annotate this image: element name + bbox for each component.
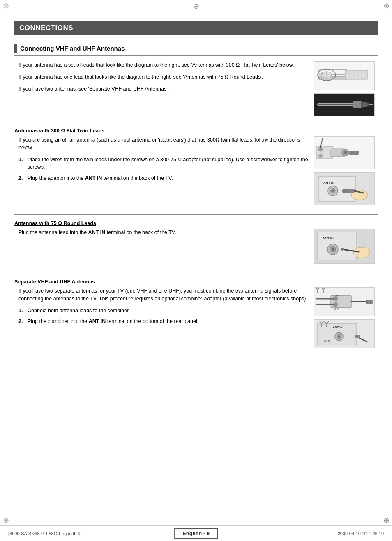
- flat-twin-section: Antennas with 300 Ω Flat Twin Leads If y…: [14, 128, 378, 205]
- intro-para3: If you have two antennas, see 'Separate …: [14, 85, 308, 93]
- divider-3: [14, 273, 378, 273]
- ant-in-svg-1: ANT IN: [314, 172, 374, 205]
- round-text: Plug the antenna lead into the ANT IN te…: [14, 229, 308, 264]
- round-intro-text: Plug the antenna lead into the ANT IN te…: [14, 229, 308, 237]
- svg-rect-24: [367, 103, 369, 106]
- svg-text:VHF: VHF: [334, 308, 339, 310]
- svg-text:ANT IN: ANT IN: [333, 326, 342, 329]
- footer-center: English - 9: [174, 525, 218, 541]
- flat-twin-images: ANT IN: [314, 136, 378, 205]
- section-header: CONNECTIONS: [14, 21, 378, 35]
- svg-point-73: [334, 303, 337, 306]
- flat-twin-intro: If you are using an off-air antenna (suc…: [14, 136, 308, 152]
- reg-mark-bl: ⊕: [2, 516, 10, 525]
- intro-images: [314, 61, 378, 116]
- flat-twin-inner: If you are using an off-air antenna (suc…: [14, 136, 378, 205]
- subsection-heading: Connecting VHF and UHF Antennas: [14, 44, 378, 56]
- separate-inner: If you have two separate antennas for yo…: [14, 287, 378, 348]
- diagram-ant-in-2: ANT IN: [314, 229, 375, 264]
- section-title: CONNECTIONS: [19, 24, 73, 32]
- svg-point-70: [334, 297, 337, 300]
- step-num-1: 1.: [18, 156, 26, 172]
- step-num-4: 2.: [18, 318, 26, 325]
- separate-heading: Separate VHF and UHF Antennas: [14, 279, 378, 285]
- flat-twin-text: If you are using an off-air antenna (suc…: [14, 136, 308, 205]
- svg-text:ANT IN: ANT IN: [323, 237, 334, 240]
- footer-left: [8000-SA]BN68-01988G-Eng.indb 9: [8, 531, 81, 536]
- subsection-bar: [14, 44, 17, 53]
- reg-mark-br: ⊕: [382, 516, 390, 525]
- divider-1: [14, 122, 378, 122]
- flat-twin-step2-text: Plug the adaptor into the ANT IN termina…: [28, 174, 308, 182]
- ant-in-bold-3: ANT IN: [89, 318, 106, 324]
- round-section: Antennas with 75 Ω Round Leads Plug the …: [14, 221, 378, 264]
- flat-twin-step2-item: 2. Plug the adaptor into the ANT IN term…: [14, 174, 308, 182]
- svg-point-66: [341, 248, 344, 251]
- separate-step2-item: 2. Plug the combiner into the ANT IN ter…: [14, 318, 308, 325]
- combiner-svg: UHF VHF: [314, 287, 374, 316]
- svg-point-63: [332, 248, 334, 251]
- subsection-title: Connecting VHF and UHF Antennas: [20, 45, 125, 52]
- step-num-2: 2.: [18, 174, 26, 182]
- step-num-3: 1.: [18, 307, 26, 315]
- svg-rect-18: [353, 101, 362, 108]
- separate-step1-item: 1. Connect both antenna leads to the com…: [14, 307, 308, 315]
- footer-right: 2009-04-10 □□ 1:26:10: [338, 531, 384, 536]
- intro-para1: If your antenna has a set of leads that …: [14, 61, 308, 69]
- svg-rect-4: [345, 70, 368, 79]
- diagram-ant-in-bottom: ANT IN ⊙VHF: [314, 319, 375, 348]
- page-container: ⊕ ⊕ ⊕ ⊕ ⊕ CONNECTIONS Connecting VHF and…: [0, 0, 392, 541]
- intro-para2: If your antenna has one lead that looks …: [14, 73, 308, 81]
- divider-2: [14, 214, 378, 215]
- separate-step1-text: Connect both antenna leads to the combin…: [28, 307, 308, 315]
- reg-mark-tr: ⊕: [382, 2, 390, 10]
- separate-step2-text: Plug the combiner into the ANT IN termin…: [28, 318, 308, 325]
- svg-rect-97: [355, 335, 360, 338]
- separate-intro-text: If you have two separate antennas for yo…: [14, 287, 308, 303]
- flat-twin-svg: [314, 61, 374, 90]
- ant-in-bold-1: ANT IN: [85, 175, 102, 181]
- ant-in-bold-2: ANT IN: [88, 230, 106, 235]
- separate-section: Separate VHF and UHF Antennas If you hav…: [14, 279, 378, 348]
- flat-twin-step1-item: 1. Place the wires from the twin leads u…: [14, 156, 308, 172]
- diagram-adapter: [314, 136, 375, 169]
- center-mark-top: ⊕: [193, 2, 199, 11]
- intro-text: If your antenna has a set of leads that …: [14, 61, 308, 116]
- svg-rect-78: [366, 300, 373, 304]
- ant-in-svg-2: ANT IN: [314, 229, 374, 264]
- svg-text:UHF: UHF: [334, 294, 339, 297]
- intro-section: If your antenna has a set of leads that …: [14, 61, 378, 116]
- round-inner: Plug the antenna lead into the ANT IN te…: [14, 229, 378, 264]
- round-heading: Antennas with 75 Ω Round Leads: [14, 221, 378, 226]
- svg-point-94: [338, 336, 340, 337]
- round-svg: [314, 93, 374, 116]
- svg-point-64: [353, 247, 370, 258]
- page-number: English - 9: [182, 530, 210, 536]
- adapter-svg: [314, 136, 374, 169]
- ant-in-label-1: ANT IN: [323, 181, 334, 185]
- svg-point-36: [344, 151, 347, 154]
- flat-twin-heading: Antennas with 300 Ω Flat Twin Leads: [14, 128, 378, 134]
- page-number-box: English - 9: [174, 528, 218, 539]
- main-content: CONNECTIONS Connecting VHF and UHF Anten…: [14, 21, 378, 348]
- round-images: ANT IN: [314, 229, 378, 264]
- svg-text:⊙VHF: ⊙VHF: [323, 340, 330, 342]
- diagram-combiner: UHF VHF: [314, 287, 375, 316]
- reg-mark-tl: ⊕: [2, 2, 10, 10]
- flat-twin-step1-text: Place the wires from the twin leads unde…: [28, 156, 308, 172]
- ant-in-bottom-svg: ANT IN ⊙VHF: [314, 319, 374, 348]
- svg-point-49: [332, 190, 334, 192]
- separate-images: UHF VHF: [314, 287, 378, 348]
- diagram-flat-twin-antenna: [314, 61, 375, 90]
- separate-text: If you have two separate antennas for yo…: [14, 287, 308, 348]
- svg-rect-51: [342, 189, 355, 193]
- diagram-round-antenna: [314, 93, 375, 116]
- diagram-ant-in-1: ANT IN: [314, 172, 375, 205]
